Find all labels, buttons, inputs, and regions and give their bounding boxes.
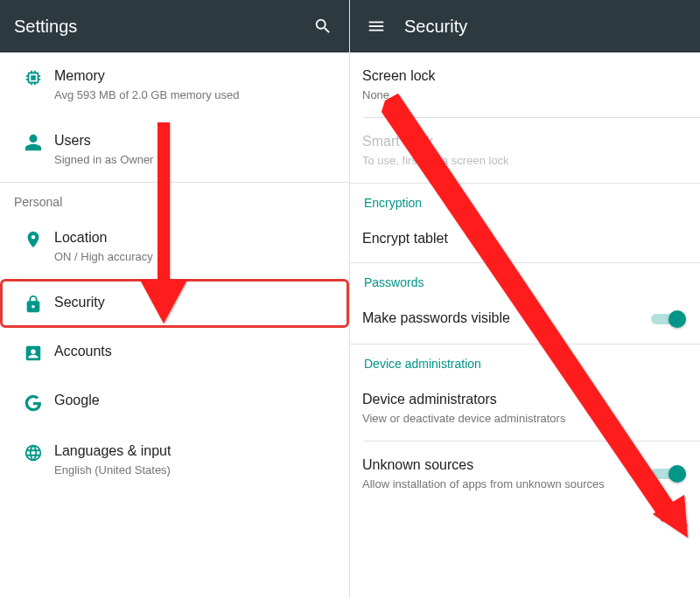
section-personal: Personal <box>0 183 349 214</box>
row-smart-lock: Smart Lock To use, first set a screen lo… <box>350 118 700 183</box>
security-appbar: Security <box>350 0 700 52</box>
memory-icon <box>12 66 54 87</box>
unknown-sub: Allow installation of apps from unknown … <box>362 476 644 492</box>
passwords-toggle[interactable] <box>651 309 686 330</box>
smart-lock-sub: To use, first set a screen lock <box>362 153 686 169</box>
section-passwords: Passwords <box>350 263 700 295</box>
users-icon <box>12 131 54 152</box>
languages-sub: English (United States) <box>54 462 335 478</box>
memory-sub: Avg 593 MB of 2.0 GB memory used <box>54 87 335 103</box>
users-title: Users <box>54 131 335 150</box>
accounts-title: Accounts <box>54 342 335 361</box>
security-appbar-title: Security <box>404 17 686 37</box>
users-sub: Signed in as Owner <box>54 152 335 168</box>
row-unknown-sources[interactable]: Unknown sources Allow installation of ap… <box>350 442 700 506</box>
memory-title: Memory <box>54 66 335 86</box>
languages-title: Languages & input <box>54 442 335 461</box>
security-title: Security <box>54 293 335 312</box>
smart-lock-title: Smart Lock <box>362 132 686 151</box>
section-encryption: Encryption <box>350 184 700 215</box>
row-memory[interactable]: Memory Avg 593 MB of 2.0 GB memory used <box>0 52 349 117</box>
settings-pane: Settings Memory Avg 593 MB of 2.0 GB mem… <box>0 0 350 598</box>
accounts-icon <box>12 342 54 363</box>
settings-appbar: Settings <box>0 0 349 52</box>
unknown-title: Unknown sources <box>362 455 644 475</box>
encrypt-title: Encrypt tablet <box>362 229 686 248</box>
settings-title: Settings <box>14 17 295 37</box>
row-passwords-visible[interactable]: Make passwords visible <box>350 295 700 344</box>
google-title: Google <box>54 391 335 410</box>
row-location[interactable]: Location ON / High accuracy <box>0 214 349 279</box>
screen-lock-sub: None <box>362 87 686 103</box>
unknown-sources-toggle[interactable] <box>651 463 686 484</box>
row-languages[interactable]: Languages & input English (United States… <box>0 428 349 492</box>
lock-icon <box>12 293 54 314</box>
row-google[interactable]: Google <box>0 377 349 428</box>
screen-lock-title: Screen lock <box>362 66 686 86</box>
row-accounts[interactable]: Accounts <box>0 328 349 377</box>
google-icon <box>12 391 54 414</box>
row-security[interactable]: Security <box>0 279 349 328</box>
menu-icon[interactable] <box>364 14 388 38</box>
globe-icon <box>12 442 54 462</box>
location-sub: ON / High accuracy <box>54 249 335 265</box>
device-admins-title: Device administrators <box>362 390 686 409</box>
passwords-title: Make passwords visible <box>362 309 644 328</box>
row-encrypt-tablet[interactable]: Encrypt tablet <box>350 215 700 262</box>
search-icon[interactable] <box>311 14 335 38</box>
location-title: Location <box>54 228 335 247</box>
row-users[interactable]: Users Signed in as Owner <box>0 117 349 182</box>
toggle-thumb <box>668 465 686 483</box>
toggle-thumb <box>668 310 686 328</box>
security-pane: Security Screen lock None Smart Lock To … <box>350 0 700 598</box>
location-icon <box>12 228 54 249</box>
row-device-admins[interactable]: Device administrators View or deactivate… <box>350 376 700 441</box>
device-admins-sub: View or deactivate device administrators <box>362 411 686 427</box>
row-screen-lock[interactable]: Screen lock None <box>350 52 700 117</box>
section-device-admin: Device administration <box>350 344 700 376</box>
